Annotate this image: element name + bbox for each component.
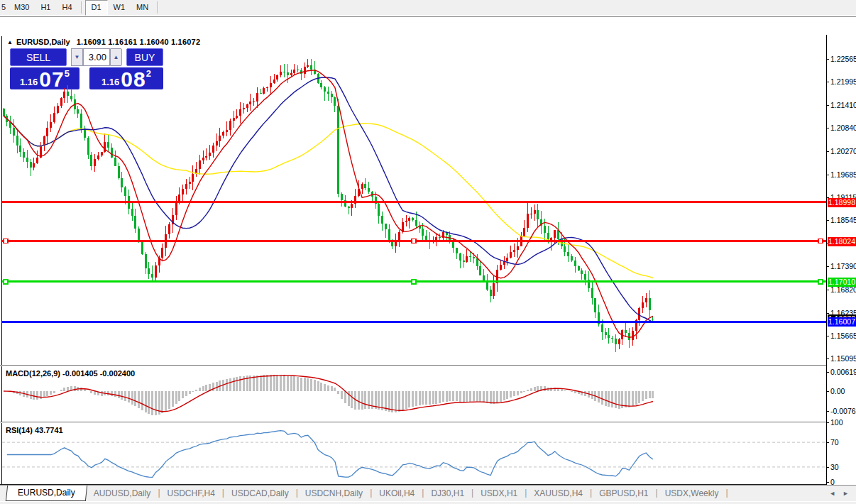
tab-eurusd-daily[interactable]: EURUSD,Daily [6, 486, 87, 501]
price-axis-tick [826, 358, 829, 359]
rsi-axis-label: 70 [830, 438, 839, 447]
timeframe-button-m30[interactable]: M30 [9, 0, 35, 16]
macd-axis-label-tick [826, 372, 829, 373]
trading-terminal: 5 M30H1H4D1W1MN ▲EURUSD,Daily 1.16091 1.… [0, 0, 856, 504]
price-axis-label: 1.18545 [830, 216, 856, 224]
price-axis-tick [826, 82, 829, 82]
macd-indicator-title: MACD(12,26,9) -0.001405 -0.002400 [6, 369, 135, 378]
price-line-label-1-18998: 1.18998 [828, 198, 856, 207]
price-axis-frame [826, 35, 827, 486]
tab-audusd-daily[interactable]: AUDUSD,Daily [87, 486, 158, 501]
timeframe-button-mn[interactable]: MN [131, 0, 154, 16]
price-axis-tick [826, 175, 829, 175]
tab-usdx-h1[interactable]: USDX,H1 [473, 486, 525, 501]
rsi-axis-label-tick [826, 482, 829, 483]
tab-gbpusd-h1[interactable]: GBPUSD,H1 [592, 486, 655, 501]
price-axis-label: 1.17390 [830, 262, 856, 270]
moving-averages-group [4, 70, 653, 337]
main-chart-canvas[interactable] [0, 35, 827, 366]
price-axis-label: 1.20270 [830, 147, 856, 155]
price-axis-label: 1.22565 [830, 55, 856, 63]
price-axis-label: 1.21995 [830, 77, 856, 86]
price-axis-tick [826, 266, 829, 267]
price-axis-label: 1.21410 [830, 101, 856, 109]
price-axis-label: 1.19685 [830, 170, 856, 179]
rsi-axis-label: 100 [830, 418, 843, 427]
hline-handle[interactable] [818, 280, 823, 284]
price-axis-tick [826, 151, 829, 152]
rsi-panel-canvas[interactable] [0, 423, 827, 484]
tab-usdcad-daily[interactable]: USDCAD,Daily [224, 486, 296, 501]
tab-scroll-left-icon[interactable]: ◄ [829, 490, 835, 497]
tab-label: EURUSD,Daily [18, 488, 75, 498]
hline-handle[interactable] [412, 239, 416, 243]
tab-usdcnh-daily[interactable]: USDCNH,Daily [298, 486, 370, 501]
hline-handle[interactable] [412, 280, 416, 284]
hline-handle[interactable] [818, 239, 823, 243]
timeframe-toolbar: 5 M30H1H4D1W1MN [0, 0, 856, 16]
status-strip [0, 501, 856, 504]
chart-window: ▲EURUSD,Daily 1.16091 1.16161 1.16040 1.… [0, 16, 856, 504]
tab-xauusd-h4[interactable]: XAUUSD,H4 [527, 486, 590, 501]
macd-axis-label: 0.006193 [830, 368, 856, 376]
macd-axis-label-tick [826, 391, 829, 392]
hline-handle[interactable] [4, 239, 8, 243]
price-axis-label: 1.15665 [830, 332, 856, 340]
macd-axis-label: -0.00762 [830, 407, 856, 415]
macd-axis-label: 0.00 [830, 387, 845, 395]
hline-handle[interactable] [4, 280, 8, 284]
rsi-axis-label-tick [826, 442, 829, 443]
rsi-indicator-title: RSI(14) 43.7741 [6, 426, 63, 434]
tab-scroll-right-icon[interactable]: ► [843, 490, 849, 497]
rsi-line [7, 431, 653, 478]
toolbar-separator [81, 1, 82, 13]
price-axis-tick [826, 128, 829, 128]
tab-usdx-weekly[interactable]: USDX,Weekly [658, 486, 726, 501]
price-axis-label: 1.15095 [830, 354, 856, 363]
tab-separator: | [725, 486, 728, 501]
rsi-axis-label: 30 [830, 463, 839, 471]
price-line-label-1-16007: 1.16007 [828, 317, 856, 327]
rsi-axis-label-tick [826, 422, 829, 423]
tab-scroll-buttons: ◄ ► [829, 486, 856, 501]
price-axis-tick [826, 313, 829, 314]
rsi-axis-label-tick [826, 467, 829, 468]
tab-ukoil-h4[interactable]: UKOil,H4 [372, 486, 422, 501]
price-line-label-1-18024: 1.18024 [828, 237, 856, 246]
price-axis-label: 1.20840 [830, 124, 856, 132]
price-axis-tick [826, 220, 829, 221]
timeframe-button-w1[interactable]: W1 [108, 0, 131, 16]
price-axis-tick [826, 105, 829, 106]
tab-dj30-h1[interactable]: DJ30,H1 [424, 486, 471, 501]
tab-usdchf-h4[interactable]: USDCHF,H4 [160, 486, 222, 501]
timeframe-button-h1[interactable]: H1 [35, 0, 56, 16]
toolbar-separator [157, 1, 158, 13]
price-axis-tick [826, 59, 829, 60]
timeframe-button-m5-partial[interactable]: 5 [0, 0, 9, 16]
price-axis-tick [826, 290, 829, 290]
horizontal-lines-group [2, 202, 826, 322]
price-axis-tick [826, 336, 829, 336]
chart-tab-bar: EURUSD,DailyAUDUSD,Daily|USDCHF,H4|USDCA… [0, 485, 856, 501]
price-line-label-1-17010: 1.17010 [828, 278, 856, 287]
timeframe-button-d1[interactable]: D1 [85, 0, 108, 16]
candles-group [3, 59, 654, 353]
timeframe-button-h4[interactable]: H4 [56, 0, 77, 16]
macd-axis-label-tick [826, 411, 829, 412]
